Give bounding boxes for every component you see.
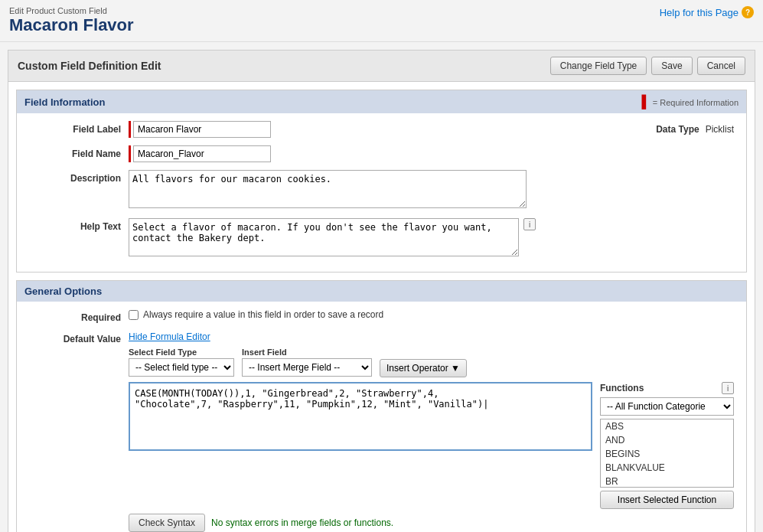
- default-value-control: Hide Formula Editor Select Field Type --…: [129, 331, 734, 532]
- edit-label: Edit Product Custom Field: [9, 6, 134, 15]
- functions-panel: Functions i -- All Function Categorie AB…: [600, 382, 734, 509]
- functions-category-dropdown[interactable]: -- All Function Categorie: [600, 397, 734, 416]
- functions-label: Functions: [600, 383, 644, 393]
- help-text-control: Select a flavor of macaron. If you don't…: [129, 218, 734, 256]
- functions-panel-header: Functions i: [600, 382, 734, 394]
- field-information-title: Field Information ▌ = Required Informati…: [17, 90, 746, 113]
- function-item-abs[interactable]: ABS: [601, 419, 733, 433]
- required-checkbox-label: Always require a value in this field in …: [143, 309, 383, 320]
- field-name-row: Field Name: [29, 145, 734, 162]
- field-name-control: [129, 145, 734, 162]
- data-type-label: Data Type: [656, 124, 699, 135]
- field-information-section: Field Information ▌ = Required Informati…: [16, 90, 747, 273]
- data-type-value: Picklist: [706, 124, 734, 135]
- field-name-required-indicator: [129, 145, 131, 162]
- description-control: All flavors for our macaron cookies.: [129, 170, 734, 211]
- insert-field-dropdown[interactable]: -- Insert Merge Field --: [242, 358, 372, 377]
- required-checkbox[interactable]: [129, 310, 139, 320]
- check-syntax-button[interactable]: Check Syntax: [129, 514, 205, 532]
- field-label-control: [129, 121, 625, 138]
- help-icon: ?: [742, 6, 754, 18]
- default-value-label: Default Value: [29, 331, 129, 344]
- save-button-top[interactable]: Save: [651, 57, 692, 75]
- required-row: Required Always require a value in this …: [29, 309, 734, 323]
- data-type-container: Data Type Picklist: [656, 121, 734, 135]
- select-field-type-label: Select Field Type: [129, 348, 234, 357]
- section-header-bar: Custom Field Definition Edit Change Fiel…: [8, 51, 755, 82]
- insert-operator-button[interactable]: Insert Operator ▼: [380, 359, 467, 377]
- change-field-type-button-top[interactable]: Change Field Type: [550, 57, 647, 75]
- select-field-type-dropdown[interactable]: -- Select field type --: [129, 358, 234, 377]
- description-row: Description All flavors for our macaron …: [29, 170, 734, 211]
- insert-field-group: Insert Field -- Insert Merge Field --: [242, 348, 372, 377]
- help-text-textarea[interactable]: Select a flavor of macaron. If you don't…: [129, 218, 519, 256]
- function-item-and[interactable]: AND: [601, 433, 733, 447]
- main-content: Custom Field Definition Edit Change Fiel…: [8, 50, 755, 532]
- cancel-button-top[interactable]: Cancel: [697, 57, 745, 75]
- functions-list[interactable]: ABS AND BEGINS BLANKVALUE BR CASE: [600, 419, 734, 488]
- required-info: ▌ = Required Information: [641, 95, 739, 109]
- help-text-label: Help Text: [29, 218, 129, 232]
- section-header-title: Custom Field Definition Edit: [18, 60, 161, 72]
- insert-selected-function-button[interactable]: Insert Selected Function: [600, 491, 734, 509]
- insert-field-label: Insert Field: [242, 348, 372, 357]
- top-bar: Edit Product Custom Field Macaron Flavor…: [0, 0, 763, 42]
- top-bar-left: Edit Product Custom Field Macaron Flavor: [9, 6, 134, 35]
- description-textarea[interactable]: All flavors for our macaron cookies.: [129, 170, 527, 208]
- formula-select-row: Select Field Type -- Select field type -…: [129, 347, 734, 377]
- general-options-body: Required Always require a value in this …: [17, 302, 746, 532]
- hide-formula-editor-link[interactable]: Hide Formula Editor: [129, 331, 210, 342]
- toolbar-buttons: Change Field Type Save Cancel: [550, 57, 745, 75]
- function-item-blankvalue[interactable]: BLANKVALUE: [601, 461, 733, 475]
- help-text-row: Help Text Select a flavor of macaron. If…: [29, 218, 734, 256]
- page-title: Macaron Flavor: [9, 15, 134, 35]
- default-value-row: Default Value Hide Formula Editor Select…: [29, 331, 734, 532]
- field-name-input[interactable]: [133, 145, 271, 162]
- syntax-ok-message: No syntax errors in merge fields or func…: [211, 517, 393, 528]
- insert-operator-container: Insert Operator ▼: [380, 347, 467, 377]
- field-info-form-body: Field Label Data Type Picklist Field Nam…: [17, 113, 746, 272]
- general-options-section: General Options Required Always require …: [16, 280, 747, 532]
- formula-editor-area: CASE(MONTH(TODAY()),1, "Gingerbread",2, …: [129, 382, 734, 509]
- required-control: Always require a value in this field in …: [129, 309, 734, 320]
- check-syntax-row: Check Syntax No syntax errors in merge f…: [129, 514, 734, 532]
- description-label: Description: [29, 170, 129, 184]
- field-name-label: Field Name: [29, 145, 129, 159]
- field-label-label: Field Label: [29, 121, 129, 135]
- field-label-required-indicator: [129, 121, 131, 138]
- required-label: Required: [29, 309, 129, 323]
- field-label-row: Field Label Data Type Picklist: [29, 121, 734, 138]
- function-item-br[interactable]: BR: [601, 475, 733, 488]
- select-field-type-group: Select Field Type -- Select field type -…: [129, 348, 234, 377]
- formula-textarea[interactable]: CASE(MONTH(TODAY()),1, "Gingerbread",2, …: [129, 382, 592, 451]
- field-label-input[interactable]: [133, 121, 271, 138]
- help-text-info-icon[interactable]: i: [523, 218, 536, 230]
- help-link[interactable]: Help for this Page ?: [660, 6, 754, 18]
- functions-info-icon[interactable]: i: [722, 382, 734, 394]
- general-options-title: General Options: [17, 281, 746, 302]
- function-item-begins[interactable]: BEGINS: [601, 447, 733, 461]
- formula-textarea-container: CASE(MONTH(TODAY()),1, "Gingerbread",2, …: [129, 382, 592, 509]
- help-link-text: Help for this Page: [660, 7, 739, 18]
